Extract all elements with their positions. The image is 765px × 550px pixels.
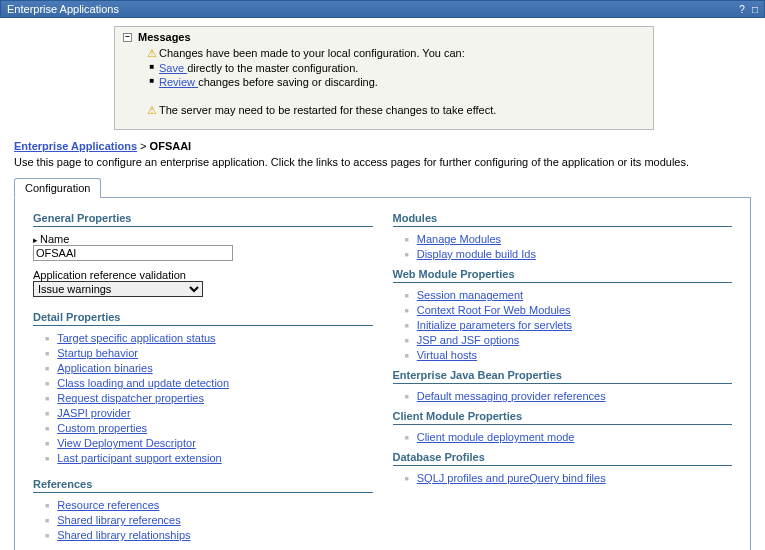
messages-toggle-icon[interactable]: − <box>123 33 132 42</box>
property-link[interactable]: Startup behavior <box>57 347 138 359</box>
list-item: Shared library references <box>45 514 373 526</box>
list-item: Initialize parameters for servlets <box>405 319 733 331</box>
window-titlebar: Enterprise Applications ? □ <box>0 0 765 18</box>
section-general-properties: General Properties <box>33 212 373 227</box>
message-item <box>145 90 645 102</box>
property-link[interactable]: JSP and JSF options <box>417 334 520 346</box>
section-ejb-properties: Enterprise Java Bean Properties <box>393 369 733 384</box>
property-link[interactable]: Target specific application status <box>57 332 215 344</box>
property-link[interactable]: Default messaging provider references <box>417 390 606 402</box>
section-modules: Modules <box>393 212 733 227</box>
property-link[interactable]: Initialize parameters for servlets <box>417 319 572 331</box>
list-item: View Deployment Descriptor <box>45 437 373 449</box>
warning-icon: ⚠ <box>145 47 159 60</box>
messages-panel: − Messages ⚠Changes have been made to yo… <box>114 26 654 130</box>
list-item: Display module build Ids <box>405 248 733 260</box>
breadcrumb-current: OFSAAI <box>150 140 192 152</box>
bullet-icon: ■ <box>145 76 159 85</box>
property-link[interactable]: Custom properties <box>57 422 147 434</box>
property-link[interactable]: Request dispatcher properties <box>57 392 204 404</box>
list-item: JASPI provider <box>45 407 373 419</box>
breadcrumb-link[interactable]: Enterprise Applications <box>14 140 137 152</box>
tab-body: General Properties ▸Name Application ref… <box>14 198 751 550</box>
name-label: Name <box>40 233 69 245</box>
page-description: Use this page to configure an enterprise… <box>14 156 751 168</box>
list-item: Default messaging provider references <box>405 390 733 402</box>
property-link[interactable]: Shared library references <box>57 514 181 526</box>
list-item: Last participant support extension <box>45 452 373 464</box>
validation-select[interactable]: Issue warnings <box>33 281 203 297</box>
property-link[interactable]: Virtual hosts <box>417 349 477 361</box>
list-item: Resource references <box>45 499 373 511</box>
section-database-profiles: Database Profiles <box>393 451 733 466</box>
property-link[interactable]: Display module build Ids <box>417 248 536 260</box>
name-input[interactable] <box>33 245 233 261</box>
list-item: Virtual hosts <box>405 349 733 361</box>
warning-icon: ⚠ <box>145 104 159 117</box>
list-item: Context Root For Web Modules <box>405 304 733 316</box>
help-icon[interactable]: ? <box>739 4 745 15</box>
section-web-module-properties: Web Module Properties <box>393 268 733 283</box>
list-item: Target specific application status <box>45 332 373 344</box>
list-item: Session management <box>405 289 733 301</box>
list-item: Shared library relationships <box>45 529 373 541</box>
property-link[interactable]: Application binaries <box>57 362 152 374</box>
property-link[interactable]: Client module deployment mode <box>417 431 575 443</box>
section-client-module-properties: Client Module Properties <box>393 410 733 425</box>
bullet-icon: ■ <box>145 62 159 71</box>
property-link[interactable]: Context Root For Web Modules <box>417 304 571 316</box>
validation-label: Application reference validation <box>33 269 373 281</box>
property-link[interactable]: SQLJ profiles and pureQuery bind files <box>417 472 606 484</box>
list-item: Request dispatcher properties <box>45 392 373 404</box>
list-item: Application binaries <box>45 362 373 374</box>
section-detail-properties: Detail Properties <box>33 311 373 326</box>
message-item: ⚠Changes have been made to your local co… <box>145 47 645 60</box>
list-item: Client module deployment mode <box>405 431 733 443</box>
list-item: Startup behavior <box>45 347 373 359</box>
list-item: JSP and JSF options <box>405 334 733 346</box>
collapse-icon[interactable]: □ <box>752 4 758 15</box>
list-item: Manage Modules <box>405 233 733 245</box>
breadcrumb: Enterprise Applications > OFSAAI <box>14 140 751 152</box>
property-link[interactable]: Class loading and update detection <box>57 377 229 389</box>
section-references: References <box>33 478 373 493</box>
message-item: ⚠The server may need to be restarted for… <box>145 104 645 117</box>
list-item: Class loading and update detection <box>45 377 373 389</box>
window-title: Enterprise Applications <box>7 3 119 15</box>
property-link[interactable]: Last participant support extension <box>57 452 222 464</box>
property-link[interactable]: Shared library relationships <box>57 529 190 541</box>
property-link[interactable]: Resource references <box>57 499 159 511</box>
list-item: SQLJ profiles and pureQuery bind files <box>405 472 733 484</box>
messages-heading: Messages <box>138 31 191 43</box>
list-item: Custom properties <box>45 422 373 434</box>
property-link[interactable]: View Deployment Descriptor <box>57 437 196 449</box>
property-link[interactable]: Session management <box>417 289 523 301</box>
tabstrip: Configuration <box>14 176 751 198</box>
message-item: ■Review changes before saving or discard… <box>145 76 645 88</box>
message-item: ■Save directly to the master configurati… <box>145 62 645 74</box>
property-link[interactable]: Manage Modules <box>417 233 501 245</box>
property-link[interactable]: JASPI provider <box>57 407 130 419</box>
tab-configuration[interactable]: Configuration <box>14 178 101 198</box>
